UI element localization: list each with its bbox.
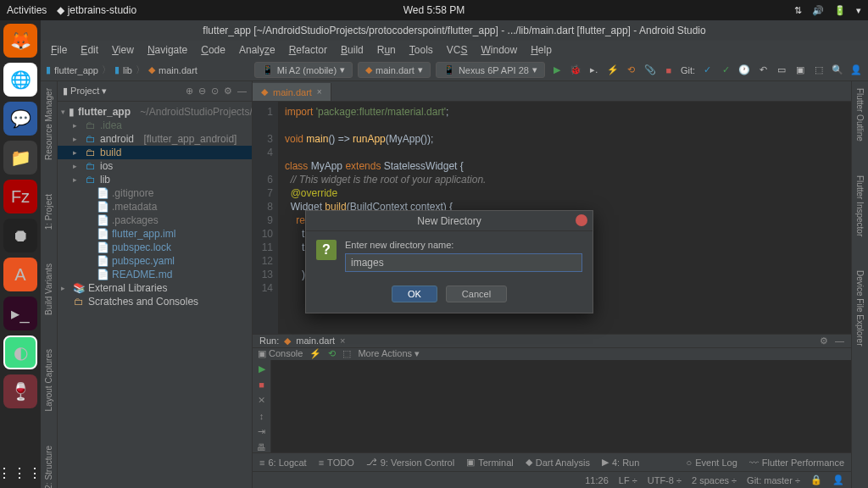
status-position[interactable]: 11:26 <box>585 475 609 485</box>
vcs-commit-icon[interactable]: ✓ <box>719 64 732 77</box>
console-output[interactable] <box>271 360 851 452</box>
clock[interactable]: Wed 5:58 PM <box>403 4 465 16</box>
attach-button[interactable]: 📎 <box>643 64 657 77</box>
editor-tab-main[interactable]: ◆main.dart× <box>253 83 331 101</box>
hot-reload-button[interactable]: ⚡ <box>606 64 620 77</box>
status-git-branch[interactable]: Git: master ÷ <box>747 475 800 485</box>
menu-file[interactable]: File <box>46 42 72 58</box>
tool-flutter-performance[interactable]: 〰 Flutter Performance <box>749 458 844 468</box>
more-actions-dropdown[interactable]: More Actions ▾ <box>358 348 420 359</box>
project-view-selector[interactable]: ▮ Project ▾ <box>63 86 107 97</box>
status-indent[interactable]: 2 spaces ÷ <box>692 475 737 485</box>
run-settings-icon[interactable]: ⚙ <box>820 336 828 347</box>
open-devtools-icon[interactable]: ⬚ <box>342 348 351 359</box>
stop-run-icon[interactable]: ■ <box>259 380 264 390</box>
tree-pubspec-yaml[interactable]: 📄pubspec.yaml <box>58 254 252 268</box>
project-expand-icon[interactable]: ⊕ <box>186 86 193 97</box>
launcher-app[interactable]: 💬 <box>3 102 37 136</box>
close-tab-icon[interactable]: × <box>317 87 322 97</box>
launcher-apps-grid[interactable]: ⋮⋮⋮ <box>0 465 43 481</box>
menu-tools[interactable]: Tools <box>404 42 438 58</box>
search-everywhere-icon[interactable]: 🔍 <box>831 64 844 77</box>
tree-root[interactable]: ▾▮flutter_app ~/AndroidStudioProjects/p <box>58 105 252 119</box>
status-encoding[interactable]: UTF-8 ÷ <box>648 475 682 485</box>
tool-build-variants[interactable]: Build Variants <box>44 263 53 315</box>
power-icon[interactable]: ▾ <box>856 5 861 16</box>
launcher-firefox[interactable]: 🦊 <box>3 24 37 58</box>
tree-lib[interactable]: ▸🗀lib <box>58 173 252 186</box>
launcher-android-studio[interactable]: ◐ <box>3 336 37 369</box>
vcs-history-icon[interactable]: 🕐 <box>737 64 751 77</box>
tool-structure[interactable]: 2: Structure <box>44 446 53 488</box>
tool-logcat[interactable]: ≡ 6: Logcat <box>259 458 307 468</box>
tool-layout-captures[interactable]: Layout Captures <box>44 349 53 411</box>
tool-dart-analysis[interactable]: ◆ Dart Analysis <box>526 457 590 468</box>
tree-packages[interactable]: 📄.packages <box>58 214 252 227</box>
ok-button[interactable]: OK <box>392 286 437 302</box>
avatar-icon[interactable]: 👤 <box>849 64 863 77</box>
settings-icon[interactable]: ⬚ <box>812 64 826 77</box>
tree-android[interactable]: ▸🗀android [flutter_app_android] <box>58 132 252 146</box>
tool-event-log[interactable]: ○ Event Log <box>687 458 737 468</box>
menu-run[interactable]: Run <box>372 42 401 58</box>
status-memory-icon[interactable]: 👤 <box>832 474 844 485</box>
project-hide-icon[interactable]: — <box>237 86 247 97</box>
stop-button[interactable]: ■ <box>662 64 676 77</box>
launcher-filezilla[interactable]: Fz <box>3 180 37 214</box>
tree-idea[interactable]: ▸🗀.idea <box>58 119 252 132</box>
menu-build[interactable]: Build <box>336 42 369 58</box>
menu-vcs[interactable]: VCS <box>442 42 473 58</box>
menu-window[interactable]: Window <box>476 42 522 58</box>
tool-resource-manager[interactable]: Resource Manager <box>44 88 53 160</box>
menu-code[interactable]: Code <box>196 42 231 58</box>
hot-restart-button[interactable]: ⟲ <box>625 64 638 77</box>
app-indicator[interactable]: ◆ jetbrains-studio <box>57 4 136 16</box>
tree-ios[interactable]: ▸🗀ios <box>58 159 252 173</box>
launcher-files[interactable]: 📁 <box>3 141 37 175</box>
menu-help[interactable]: Help <box>526 42 557 58</box>
tree-scratches[interactable]: 🗀Scratches and Consoles <box>58 295 252 308</box>
launcher-wine[interactable]: 🍷 <box>3 374 37 408</box>
hot-restart-icon[interactable]: ⟲ <box>328 348 336 359</box>
dialog-close-button[interactable] <box>576 214 587 226</box>
tool-flutter-outline[interactable]: Flutter Outline <box>855 88 865 141</box>
run-config-name[interactable]: main.dart <box>296 336 335 346</box>
status-lock-icon[interactable]: 🔒 <box>810 474 822 485</box>
project-collapse-icon[interactable]: ⊖ <box>198 86 206 97</box>
directory-name-input[interactable] <box>345 253 582 272</box>
rerun-icon[interactable]: ▶ <box>259 363 265 374</box>
project-locate-icon[interactable]: ⊙ <box>211 86 219 97</box>
tool-version-control[interactable]: ⎇ 9: Version Control <box>366 457 454 468</box>
profile-button[interactable]: ▸. <box>587 64 601 77</box>
menu-analyze[interactable]: Analyze <box>234 42 281 58</box>
sdk-manager-icon[interactable]: ▣ <box>793 64 807 77</box>
run-hide-icon[interactable]: — <box>835 336 844 347</box>
device-selector[interactable]: 📱 Mi A2 (mobile) ▾ <box>254 62 353 78</box>
launcher-software[interactable]: A <box>3 258 37 291</box>
activities-button[interactable]: Activities <box>7 4 47 16</box>
run-button[interactable]: ▶ <box>550 64 564 77</box>
print-icon[interactable]: 🖶 <box>257 442 266 452</box>
breadcrumb[interactable]: ▮flutter_app〉 ▮lib〉 ◆main.dart <box>46 64 198 76</box>
vcs-revert-icon[interactable]: ↶ <box>756 64 770 77</box>
tool-device-file-explorer[interactable]: Device File Explorer <box>855 270 865 346</box>
project-tree[interactable]: ▾▮flutter_app ~/AndroidStudioProjects/p … <box>58 102 252 488</box>
tree-metadata[interactable]: 📄.metadata <box>58 200 252 214</box>
menu-edit[interactable]: Edit <box>75 42 103 58</box>
console-tab[interactable]: ▣ Console <box>258 348 303 359</box>
menu-navigate[interactable]: Navigate <box>142 42 192 58</box>
cancel-button[interactable]: Cancel <box>446 286 507 302</box>
tree-iml[interactable]: 📄flutter_app.iml <box>58 227 252 241</box>
volume-icon[interactable]: 🔊 <box>812 5 824 16</box>
tree-build[interactable]: ▸🗀build <box>58 146 252 159</box>
launcher-obs[interactable]: ⏺ <box>3 219 37 252</box>
avd-selector[interactable]: 📱 Nexus 6P API 28 ▾ <box>436 62 545 78</box>
vcs-update-icon[interactable]: ✓ <box>700 64 714 77</box>
debug-button[interactable]: 🐞 <box>569 64 582 77</box>
hot-reload-icon[interactable]: ⚡ <box>309 348 321 359</box>
tree-external-libraries[interactable]: ▸📚External Libraries <box>58 281 252 295</box>
tool-todo[interactable]: ≡ TODO <box>319 458 354 468</box>
tool-terminal[interactable]: ▣ Terminal <box>466 457 514 468</box>
battery-icon[interactable]: 🔋 <box>834 5 846 16</box>
menu-view[interactable]: View <box>107 42 139 58</box>
